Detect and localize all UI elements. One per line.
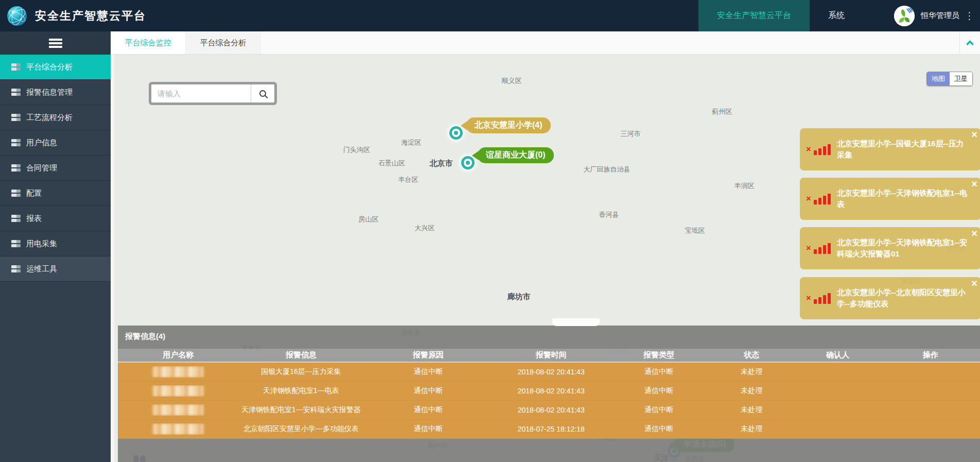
map-canvas[interactable]: 顺义区蓟州区三河市海淀区门头沟区石景山区北京市丰台区大厂回族自治县丰润区香河县房… bbox=[111, 55, 980, 462]
cell-type: 通信中断 bbox=[609, 386, 709, 396]
alert-card-text: 北京安慧里小学--北京朝阳区安慧里小学--多功能仪表 bbox=[837, 287, 980, 310]
column-header: 状态 bbox=[708, 350, 795, 360]
avatar[interactable] bbox=[894, 6, 915, 26]
redacted-username bbox=[153, 385, 203, 397]
signal-bars-icon: × bbox=[800, 243, 837, 254]
alert-card-1[interactable]: × × 北京安慧里小学--天津钢铁配电室1--电表 bbox=[800, 178, 980, 220]
signal-bars-icon: × bbox=[800, 144, 837, 155]
cell-type: 通信中断 bbox=[609, 367, 709, 377]
alarm-panel-title: 报警信息(4) bbox=[125, 332, 980, 341]
sidebar-item-1[interactable]: 报警信息管理 bbox=[0, 80, 111, 105]
app-header: 安全生产智慧云平台 安全生产智慧云平台 系统 恒华管理员 ⋮ bbox=[0, 0, 980, 31]
column-header: 用户名称 bbox=[118, 350, 239, 360]
alert-card-3[interactable]: × × 北京安慧里小学--北京朝阳区安慧里小学--多功能仪表 bbox=[800, 277, 980, 319]
redacted-username bbox=[153, 366, 203, 378]
cell-reason: 通信中断 bbox=[363, 424, 493, 434]
close-icon[interactable]: × bbox=[971, 278, 977, 288]
map-region-label: 海淀区 bbox=[401, 138, 422, 147]
column-header: 报警原因 bbox=[363, 350, 493, 360]
cell-type: 通信中断 bbox=[609, 424, 709, 434]
list-icon bbox=[11, 190, 21, 197]
map-view-toggle: 地图 卫星 bbox=[926, 72, 973, 86]
sidebar-item-0[interactable]: 平台综合分析 bbox=[0, 55, 111, 80]
map-region-label: 香河县 bbox=[599, 210, 619, 219]
cell-time: 2018-08-02 20:41:43 bbox=[493, 406, 609, 414]
list-icon bbox=[11, 265, 21, 272]
search-input[interactable] bbox=[151, 89, 251, 98]
sidebar-item-4[interactable]: 合同管理 bbox=[0, 156, 111, 181]
hamburger-icon bbox=[49, 37, 62, 49]
alert-card-text: 北京安慧里小学--国银大厦16层--压力采集 bbox=[837, 138, 980, 161]
platform-logo-icon bbox=[6, 5, 28, 27]
list-icon bbox=[11, 139, 21, 146]
sidebar-collapse-button[interactable] bbox=[0, 31, 111, 55]
kebab-menu-icon[interactable]: ⋮ bbox=[965, 11, 973, 21]
map-region-label: 丰润区 bbox=[734, 181, 755, 191]
sidebar-item-8[interactable]: 运维工具 bbox=[0, 256, 111, 282]
cell-info: 天津钢铁配电室1---电表 bbox=[239, 386, 364, 396]
cell-status: 未处理 bbox=[708, 424, 795, 434]
alert-card-text: 北京安慧里小学--天津钢铁配电室1--安科瑞火灾报警器01 bbox=[837, 237, 980, 260]
table-row[interactable]: 北京朝阳区安慧里小学---多功能仪表 通信中断 2018-07-25 18:12… bbox=[118, 420, 980, 439]
cell-time: 2018-08-02 20:41:43 bbox=[493, 368, 609, 376]
map-region-label: 房山区 bbox=[359, 215, 379, 224]
sidebar-item-7[interactable]: 用电采集 bbox=[0, 231, 111, 256]
sidebar: 平台综合分析 报警信息管理 工艺流程分析 用户信息 合同管理 配置 报表 用电采… bbox=[0, 31, 111, 462]
list-icon bbox=[11, 164, 21, 172]
map-region-label: 石景山区 bbox=[378, 159, 405, 168]
tab-1[interactable]: 平台综合分析 bbox=[186, 31, 261, 54]
alert-card-2[interactable]: × × 北京安慧里小学--天津钢铁配电室1--安科瑞火灾报警器01 bbox=[800, 227, 980, 269]
cell-reason: 通信中断 bbox=[363, 367, 493, 377]
map-region-label: 宝坻区 bbox=[685, 226, 705, 235]
map-region-label: 蓟州区 bbox=[712, 107, 732, 116]
sidebar-item-2[interactable]: 工艺流程分析 bbox=[0, 105, 111, 130]
search-icon bbox=[259, 90, 266, 97]
tab-0[interactable]: 平台综合监控 bbox=[111, 31, 186, 54]
alert-card-0[interactable]: × × 北京安慧里小学--国银大厦16层--压力采集 bbox=[800, 128, 980, 170]
map-region-label: 北京市 bbox=[430, 159, 453, 168]
map-region-label: 廊坊市 bbox=[507, 292, 531, 302]
redacted-username bbox=[153, 423, 203, 435]
chevron-up-icon bbox=[966, 40, 974, 48]
map-view-button[interactable]: 地图 bbox=[927, 72, 950, 85]
cell-reason: 通信中断 bbox=[363, 386, 493, 396]
sidebar-item-5[interactable]: 配置 bbox=[0, 181, 111, 206]
map-marker-bubble[interactable]: 北京安慧里小学(4) bbox=[466, 117, 551, 133]
cell-info: 国银大厦16层---压力采集 bbox=[239, 367, 364, 377]
alarm-table-header: 用户名称报警信息报警原因报警时间报警类型状态确认人操作 bbox=[118, 349, 980, 363]
search-button[interactable] bbox=[251, 84, 274, 102]
list-icon bbox=[11, 63, 21, 71]
table-row[interactable]: 天津钢铁配电室1---电表 通信中断 2018-08-02 20:41:43 通… bbox=[118, 382, 980, 401]
sidebar-item-6[interactable]: 报表 bbox=[0, 206, 111, 231]
close-icon[interactable]: × bbox=[971, 179, 977, 189]
satellite-view-button[interactable]: 卫星 bbox=[950, 72, 972, 85]
cell-type: 通信中断 bbox=[609, 405, 709, 415]
close-icon[interactable]: × bbox=[971, 129, 977, 140]
tab-bar: 平台综合监控平台综合分析 bbox=[111, 31, 980, 55]
cell-status: 未处理 bbox=[708, 405, 795, 415]
list-icon bbox=[11, 114, 21, 121]
page-title: 安全生产智慧云平台 bbox=[35, 8, 146, 24]
column-header: 报警时间 bbox=[493, 350, 609, 360]
panel-collapse-button[interactable] bbox=[959, 31, 980, 54]
close-icon[interactable]: × bbox=[971, 228, 977, 238]
signal-bars-icon: × bbox=[800, 293, 837, 304]
username: 恒华管理员 bbox=[921, 11, 959, 21]
alarm-panel: 报警信息(4) 用户名称报警信息报警原因报警时间报警类型状态确认人操作 国银大厦… bbox=[118, 326, 980, 462]
alarm-panel-handle[interactable] bbox=[552, 318, 600, 326]
cell-status: 未处理 bbox=[708, 367, 795, 377]
column-header: 操作 bbox=[881, 350, 980, 360]
map-marker-bubble[interactable]: 谊星商业大厦(0) bbox=[478, 147, 554, 163]
cell-info: 天津钢铁配电室1---安科瑞火灾报警器 bbox=[239, 405, 364, 415]
map-search bbox=[149, 82, 277, 105]
map-region-label: 门头沟区 bbox=[343, 145, 370, 155]
list-icon bbox=[11, 215, 21, 222]
cell-status: 未处理 bbox=[708, 386, 795, 396]
table-row[interactable]: 国银大厦16层---压力采集 通信中断 2018-08-02 20:41:43 … bbox=[118, 363, 980, 382]
top-nav-system[interactable]: 系统 bbox=[810, 0, 863, 31]
sidebar-item-3[interactable]: 用户信息 bbox=[0, 130, 111, 156]
table-row[interactable]: 天津钢铁配电室1---安科瑞火灾报警器 通信中断 2018-08-02 20:4… bbox=[118, 401, 980, 420]
cell-reason: 通信中断 bbox=[363, 405, 493, 415]
top-nav-platform[interactable]: 安全生产智慧云平台 bbox=[698, 0, 810, 31]
cell-time: 2018-08-02 20:41:43 bbox=[493, 387, 609, 395]
